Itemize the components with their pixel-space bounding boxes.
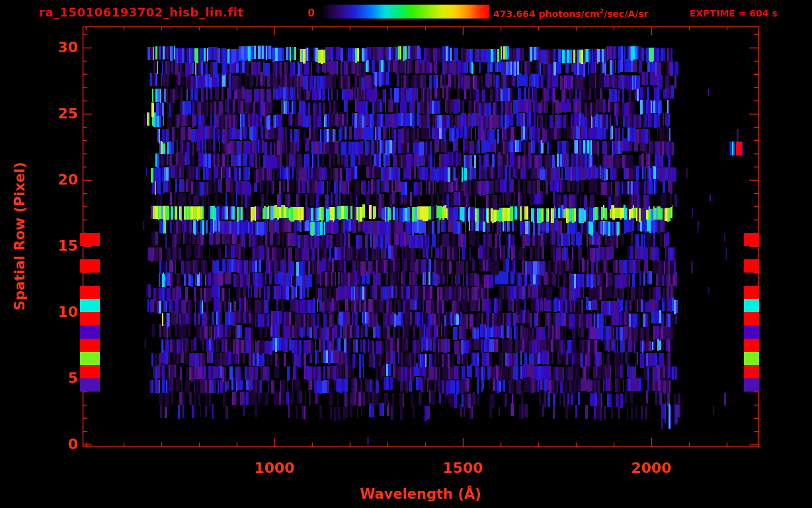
colorbar-max-label: 473.664 photons/cm2/sec/A/sr bbox=[493, 8, 649, 19]
file-title: ra_150106193702_hisb_lin.fit bbox=[39, 5, 244, 19]
colorbar-max-main: 473.664 photons/cm bbox=[493, 9, 600, 19]
x-axis-title: Wavelength (Å) bbox=[288, 486, 553, 502]
colorbar-min-label: 0 bbox=[308, 7, 315, 19]
x-tick-label-2000: 2000 bbox=[612, 461, 691, 476]
y-tick-label-10: 10 bbox=[48, 305, 78, 319]
y-tick-label-30: 30 bbox=[48, 40, 78, 55]
x-tick-label-1500: 1500 bbox=[423, 461, 503, 476]
exptime-label: EXPTIME = 604 s bbox=[690, 8, 778, 19]
spectrogram-canvas bbox=[0, 0, 812, 508]
y-tick-label-25: 25 bbox=[48, 106, 78, 121]
y-tick-label-0: 0 bbox=[48, 437, 78, 452]
y-tick-label-15: 15 bbox=[48, 239, 78, 253]
y-tick-label-5: 5 bbox=[48, 371, 78, 386]
colorbar-max-tail: /sec/A/sr bbox=[604, 9, 649, 19]
spectrogram-viewer-window: ra_150106193702_hisb_lin.fit 0 473.664 p… bbox=[0, 0, 812, 508]
y-axis-title: Spatial Row (Pixel) bbox=[12, 137, 29, 335]
y-tick-label-20: 20 bbox=[48, 173, 78, 187]
colorbar-gradient bbox=[321, 5, 489, 19]
x-tick-label-1000: 1000 bbox=[235, 461, 314, 476]
